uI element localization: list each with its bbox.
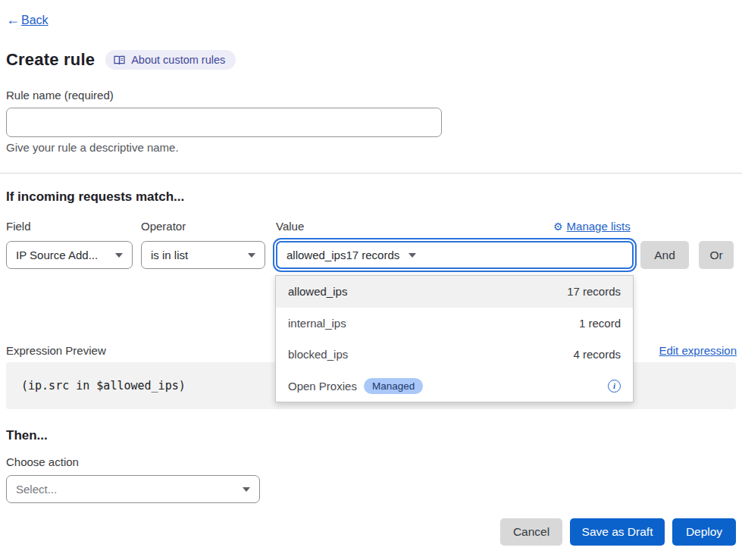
dropdown-item-blocked-ips[interactable]: blocked_ips 4 records — [276, 339, 633, 371]
chevron-down-icon — [409, 253, 416, 258]
info-icon[interactable]: i — [608, 380, 621, 393]
field-select[interactable]: IP Source Add... — [6, 241, 133, 269]
chevron-down-icon — [243, 487, 250, 492]
list-item-name: allowed_ips — [288, 285, 567, 298]
operator-select-value: is in list — [151, 249, 242, 261]
chevron-down-icon — [248, 253, 255, 258]
managed-badge: Managed — [364, 378, 423, 394]
deploy-button[interactable]: Deploy — [672, 518, 736, 546]
choose-action-label: Choose action — [6, 455, 79, 468]
then-section-heading: Then... — [6, 428, 48, 443]
value-label: Value — [276, 220, 304, 233]
value-select-count: 17 records — [346, 249, 399, 261]
page-title: Create rule — [6, 50, 95, 70]
field-select-value: IP Source Add... — [16, 249, 109, 261]
operator-select[interactable]: is in list — [141, 241, 265, 269]
list-item-count: 17 records — [567, 285, 621, 298]
value-select-value: allowed_ips — [286, 249, 346, 261]
edit-expression-link[interactable]: Edit expression — [659, 344, 737, 357]
about-badge-label: About custom rules — [131, 54, 225, 66]
section-divider — [0, 173, 742, 174]
action-select[interactable]: Select... — [6, 475, 260, 503]
field-label: Field — [6, 220, 31, 233]
operator-label: Operator — [141, 220, 186, 233]
save-as-draft-button[interactable]: Save as Draft — [570, 518, 665, 546]
rule-name-label: Rule name (required) — [6, 89, 114, 102]
and-button[interactable]: And — [640, 241, 689, 269]
or-button[interactable]: Or — [699, 241, 734, 269]
action-select-placeholder: Select... — [16, 483, 236, 496]
expression-preview-label: Expression Preview — [6, 344, 106, 357]
list-item-name: internal_ips — [288, 317, 579, 330]
manage-lists-link[interactable]: ⚙ Manage lists — [553, 220, 631, 233]
manage-lists-label: Manage lists — [567, 220, 631, 233]
about-custom-rules-badge[interactable]: About custom rules — [105, 50, 236, 70]
value-select[interactable]: allowed_ips 17 records — [276, 241, 634, 269]
list-item-name: Open Proxies — [288, 380, 357, 393]
back-arrow-icon: ← — [6, 12, 20, 28]
back-link-label: Back — [21, 14, 49, 27]
gear-icon: ⚙ — [553, 221, 563, 233]
dropdown-item-internal-ips[interactable]: internal_ips 1 record — [276, 308, 633, 339]
value-dropdown-panel: allowed_ips 17 records internal_ips 1 re… — [275, 275, 634, 402]
dropdown-item-open-proxies[interactable]: Open Proxies Managed i — [276, 371, 633, 402]
expression-code: (ip.src in $allowed_ips) — [21, 379, 186, 393]
create-rule-page: ← Back Create rule About custom rules Ru… — [0, 0, 742, 560]
title-row: Create rule About custom rules — [6, 50, 236, 70]
chevron-down-icon — [115, 253, 123, 258]
book-icon — [114, 55, 125, 65]
match-section-heading: If incoming requests match... — [6, 189, 184, 205]
rule-name-helper-text: Give your rule a descriptive name. — [6, 141, 179, 154]
rule-name-input[interactable] — [6, 108, 442, 137]
list-item-count: 4 records — [573, 348, 621, 361]
list-item-count: 1 record — [579, 317, 621, 330]
cancel-button[interactable]: Cancel — [500, 518, 562, 546]
back-link[interactable]: ← Back — [6, 12, 49, 28]
dropdown-item-allowed-ips[interactable]: allowed_ips 17 records — [276, 276, 633, 308]
list-item-name: blocked_ips — [288, 348, 573, 361]
